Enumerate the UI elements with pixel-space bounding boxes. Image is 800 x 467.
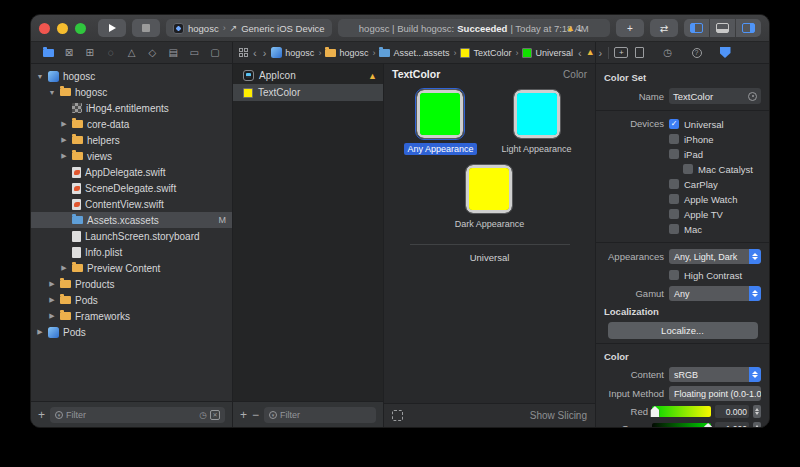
color-swatch[interactable]: Any Appearance — [404, 88, 476, 155]
localize-button[interactable]: Localize... — [608, 322, 758, 339]
test-navigator-icon[interactable]: ◇ — [145, 46, 159, 60]
breakpoint-navigator-icon[interactable]: ▭ — [187, 46, 201, 60]
stepper-icon[interactable] — [753, 405, 761, 418]
remove-asset-button[interactable]: − — [252, 409, 259, 421]
disclosure-icon[interactable]: ▶ — [36, 328, 44, 336]
disclosure-icon[interactable]: ▶ — [48, 296, 56, 304]
quick-help-inspector-icon[interactable]: ? — [692, 48, 702, 58]
tree-row[interactable]: ▶Preview Content — [31, 260, 232, 276]
appearances-popup[interactable]: Any, Light, Dark — [669, 249, 761, 264]
disclosure-icon[interactable]: ▶ — [48, 280, 56, 288]
toggle-navigator-button[interactable] — [684, 19, 709, 37]
add-asset-button[interactable]: + — [240, 409, 247, 421]
device-checkbox-universal[interactable]: ✓Universal — [669, 117, 761, 131]
tree-row[interactable]: SceneDelegate.swift — [31, 180, 232, 196]
stepper-icon[interactable] — [753, 422, 761, 427]
breadcrumb-item[interactable]: Universal — [522, 48, 573, 58]
project-navigator-icon[interactable] — [41, 46, 55, 60]
gamut-popup[interactable]: Any — [669, 286, 761, 301]
toggle-inspector-button[interactable] — [736, 19, 761, 37]
tree-row[interactable]: LaunchScreen.storyboard — [31, 228, 232, 244]
scheme-selector[interactable]: hogosc › ↗ Generic iOS Device — [166, 19, 332, 37]
color-swatch[interactable]: Dark Appearance — [452, 163, 528, 230]
slider-value[interactable]: 1.000 — [715, 422, 749, 427]
content-popup[interactable]: sRGB — [669, 367, 761, 382]
device-checkbox-apple-tv[interactable]: Apple TV — [669, 207, 761, 221]
device-checkbox-carplay[interactable]: CarPlay — [669, 177, 761, 191]
warning-badge[interactable]: ▲ 1 — [566, 23, 582, 33]
library-add-button[interactable]: + — [616, 19, 644, 37]
back-button[interactable]: ‹ — [252, 47, 258, 59]
jumpbar-warning-icon[interactable]: ▲ — [586, 48, 595, 57]
navigator-filter-input[interactable]: ▾ Filter ◷ ✕ — [50, 407, 225, 423]
minimize-button[interactable] — [57, 23, 68, 34]
report-navigator-icon[interactable]: ▢ — [208, 46, 222, 60]
editor-arrows-button[interactable]: ⇄ — [650, 19, 678, 37]
disclosure-icon[interactable]: ▼ — [48, 89, 56, 96]
forward-button[interactable]: › — [262, 47, 268, 59]
run-button[interactable] — [98, 19, 126, 37]
disclosure-icon[interactable]: ▶ — [60, 136, 68, 144]
device-checkbox-iphone[interactable]: iPhone — [669, 132, 761, 146]
tree-row[interactable]: ▼hogosc — [31, 84, 232, 100]
asset-row[interactable]: AppIcon▲ — [233, 67, 383, 84]
tree-row[interactable]: ▶Products — [31, 276, 232, 292]
input-method-popup[interactable]: Floating point (0.0-1.0) — [669, 386, 761, 401]
slider-track[interactable] — [652, 406, 711, 417]
attributes-inspector-icon[interactable] — [720, 47, 731, 58]
symbol-navigator-icon[interactable]: ⊞ — [83, 46, 97, 60]
close-button[interactable] — [39, 23, 50, 34]
tree-row[interactable]: ▶helpers — [31, 132, 232, 148]
view-mode-icon[interactable] — [239, 48, 248, 57]
disclosure-icon[interactable]: ▼ — [36, 73, 44, 80]
tree-row[interactable]: ContentView.swift — [31, 196, 232, 212]
breadcrumb-item[interactable]: Asset...assets — [379, 48, 449, 58]
disclosure-icon[interactable]: ▶ — [60, 264, 68, 272]
tree-row[interactable]: ▶core-data — [31, 116, 232, 132]
disclosure-icon[interactable]: ▶ — [60, 152, 68, 160]
tree-row[interactable]: iHog4.entitlements — [31, 100, 232, 116]
tree-row[interactable]: ▶Pods — [31, 292, 232, 308]
slider-track[interactable] — [652, 423, 711, 427]
slider-thumb[interactable] — [650, 406, 659, 417]
issue-navigator-icon[interactable]: △ — [125, 46, 139, 60]
find-navigator-icon[interactable]: ◌ — [104, 46, 118, 60]
breadcrumb-item[interactable]: hogosc — [325, 48, 368, 58]
tree-row[interactable]: Info.plist — [31, 244, 232, 260]
add-file-button[interactable]: + — [38, 409, 45, 421]
high-contrast-checkbox[interactable]: High Contrast — [669, 268, 761, 282]
source-control-icon[interactable]: ⊠ — [62, 46, 76, 60]
tree-row[interactable]: ▶Frameworks — [31, 308, 232, 324]
tree-row[interactable]: AppDelegate.swift — [31, 164, 232, 180]
breadcrumb-item[interactable]: hogosc — [271, 47, 314, 58]
color-swatch[interactable]: Light Appearance — [499, 88, 575, 155]
zoom-button[interactable] — [75, 23, 86, 34]
device-checkbox-mac[interactable]: Mac — [669, 222, 761, 236]
recent-files-icon[interactable]: ◷ — [199, 410, 207, 420]
device-checkbox-ipad[interactable]: iPad — [669, 147, 761, 161]
slicing-icon[interactable] — [392, 410, 403, 421]
tree-row[interactable]: ▶views — [31, 148, 232, 164]
issue-back-button[interactable]: ‹ — [577, 47, 583, 59]
disclosure-icon[interactable]: ▶ — [60, 120, 68, 128]
file-inspector-icon[interactable] — [635, 47, 644, 58]
stop-button[interactable] — [132, 19, 160, 37]
play-icon — [109, 24, 116, 32]
debug-navigator-icon[interactable]: ▤ — [166, 46, 180, 60]
slider-thumb[interactable] — [704, 423, 713, 427]
disclosure-icon[interactable]: ▶ — [48, 312, 56, 320]
history-inspector-icon[interactable]: ◷ — [662, 47, 674, 59]
tree-row[interactable]: ▼hogosc — [31, 68, 232, 84]
asset-filter-input[interactable]: ▾ Filter — [264, 407, 376, 423]
asset-row[interactable]: TextColor — [233, 84, 383, 101]
tree-row[interactable]: Assets.xcassetsM — [31, 212, 232, 228]
toggle-debug-area-button[interactable] — [710, 19, 735, 37]
name-field[interactable]: TextColor — [669, 88, 761, 104]
slider-value[interactable]: 0.000 — [715, 405, 749, 418]
device-checkbox-apple-watch[interactable]: Apple Watch — [669, 192, 761, 206]
show-slicing-button[interactable]: Show Slicing — [530, 410, 587, 421]
source-control-filter-icon[interactable]: ✕ — [210, 410, 220, 420]
breadcrumb-item[interactable]: TextColor — [460, 48, 511, 58]
device-checkbox-mac-catalyst[interactable]: Mac Catalyst — [669, 162, 761, 176]
tree-row[interactable]: ▶Pods — [31, 324, 232, 340]
